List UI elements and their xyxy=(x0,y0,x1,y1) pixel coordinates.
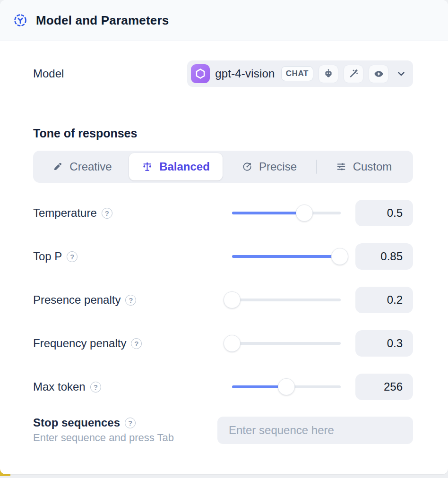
model-parameters-panel: Model and Parameters Model xyxy=(0,0,448,474)
openai-logo-icon xyxy=(191,64,210,83)
panel-header: Model and Parameters xyxy=(0,0,448,41)
slider-thumb[interactable] xyxy=(278,378,295,395)
panel-title: Model and Parameters xyxy=(36,13,169,28)
slider-thumb[interactable] xyxy=(296,205,313,222)
help-icon[interactable]: ? xyxy=(102,208,112,219)
max-token-slider[interactable] xyxy=(232,378,341,395)
top-p-slider[interactable] xyxy=(232,248,341,265)
slider-thumb[interactable] xyxy=(224,291,241,308)
help-icon[interactable]: ? xyxy=(90,382,101,393)
slider-track xyxy=(232,299,341,301)
help-icon[interactable]: ? xyxy=(131,338,142,349)
stop-sequences-label-group: Stop sequences ? Enter sequence and pres… xyxy=(33,416,174,444)
model-type-badge: CHAT xyxy=(281,66,313,81)
magic-wand-icon xyxy=(344,65,363,83)
tab-label: Precise xyxy=(259,160,297,173)
slider-fill xyxy=(232,255,340,258)
model-parameters-icon xyxy=(13,13,27,27)
tone-tab-bar: Creative Balanced xyxy=(33,151,413,183)
top-p-row: Top P ? 0.85 xyxy=(33,243,413,270)
target-arrow-icon xyxy=(242,162,252,172)
paintbrush-icon xyxy=(52,162,63,172)
model-select-dropdown[interactable]: gpt-4-vision CHAT xyxy=(187,60,413,87)
tab-custom[interactable]: Custom xyxy=(317,153,411,180)
tab-precise[interactable]: Precise xyxy=(223,153,316,180)
frequency-penalty-slider[interactable] xyxy=(232,335,341,352)
stop-sequence-input[interactable] xyxy=(217,417,413,444)
top-p-value[interactable]: 0.85 xyxy=(355,243,413,270)
stop-sequences-row: Stop sequences ? Enter sequence and pres… xyxy=(33,416,413,444)
temperature-row: Temperature ? 0.5 xyxy=(33,200,413,226)
frequency-penalty-label: Frequency penalty xyxy=(33,337,126,350)
chevron-down-icon[interactable] xyxy=(396,68,406,79)
stop-sequences-helper-text: Enter sequence and press Tab xyxy=(33,432,174,444)
slider-track xyxy=(232,342,341,345)
top-p-label: Top P xyxy=(33,250,62,263)
presence-penalty-label: Presence penalty xyxy=(33,293,121,307)
vision-eye-icon xyxy=(369,65,388,83)
tab-label: Creative xyxy=(69,160,112,173)
model-row: Model gpt-4-vision CH xyxy=(33,60,413,87)
section-divider xyxy=(27,106,421,106)
presence-penalty-row: Presence penalty ? 0.2 xyxy=(33,287,413,313)
balance-scale-icon xyxy=(142,162,153,172)
help-icon[interactable]: ? xyxy=(67,251,78,262)
slider-thumb[interactable] xyxy=(224,335,241,352)
presence-penalty-slider[interactable] xyxy=(232,291,341,308)
robot-icon xyxy=(319,65,338,83)
sliders-icon xyxy=(336,162,346,172)
max-token-label: Max token xyxy=(33,380,86,393)
tab-label: Custom xyxy=(353,160,392,173)
selected-model-name: gpt-4-vision xyxy=(215,67,275,80)
tab-creative[interactable]: Creative xyxy=(35,153,129,180)
max-token-value[interactable]: 256 xyxy=(355,374,413,400)
tab-balanced[interactable]: Balanced xyxy=(129,153,223,180)
stop-sequences-label: Stop sequences xyxy=(33,416,120,429)
model-label: Model xyxy=(33,67,64,80)
temperature-slider[interactable] xyxy=(232,205,341,222)
slider-fill xyxy=(232,212,304,214)
tone-section-title: Tone of responses xyxy=(33,127,413,140)
temperature-label: Temperature xyxy=(33,206,97,220)
presence-penalty-value[interactable]: 0.2 xyxy=(355,287,413,313)
frequency-penalty-value[interactable]: 0.3 xyxy=(355,330,413,357)
tab-label: Balanced xyxy=(159,160,210,173)
help-icon[interactable]: ? xyxy=(125,418,136,428)
help-icon[interactable]: ? xyxy=(125,295,136,306)
max-token-row: Max token ? 256 xyxy=(33,374,413,400)
slider-thumb[interactable] xyxy=(331,248,348,265)
temperature-value[interactable]: 0.5 xyxy=(355,200,413,226)
frequency-penalty-row: Frequency penalty ? 0.3 xyxy=(33,330,413,357)
